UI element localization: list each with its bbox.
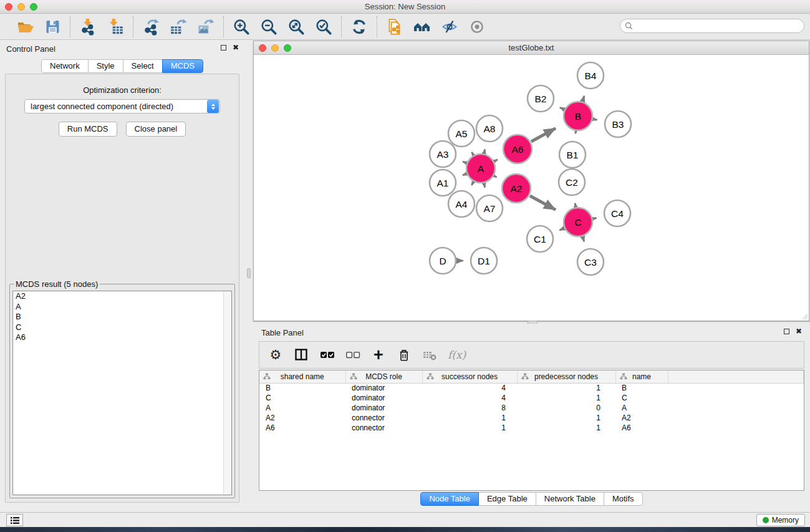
neighbors-houses-icon[interactable]	[413, 18, 432, 36]
settings-gear-icon[interactable]: ⚙	[268, 346, 283, 364]
network-window-titlebar[interactable]: testGlobe.txt	[254, 41, 809, 55]
table-cell[interactable]: dominator	[345, 403, 422, 413]
edge-C-C3[interactable]	[582, 237, 584, 241]
node-A4[interactable]: A4	[448, 191, 475, 217]
node-A[interactable]: A	[466, 154, 495, 183]
node-A5[interactable]: A5	[448, 120, 475, 147]
edge-A-A8[interactable]	[484, 149, 485, 153]
node-D[interactable]: D	[430, 248, 456, 274]
tab-select[interactable]: Select	[123, 59, 163, 73]
import-table-icon[interactable]	[106, 18, 125, 36]
node-C3[interactable]: C3	[577, 249, 604, 275]
column-header-MCDS-role[interactable]: MCDS role	[345, 370, 422, 383]
zoom-selected-icon[interactable]	[314, 18, 333, 36]
column-view-icon[interactable]	[294, 346, 309, 364]
edge-C-C1[interactable]	[559, 228, 564, 230]
run-mcds-button[interactable]: Run MCDS	[59, 122, 117, 137]
edge-A-A5[interactable]	[472, 152, 473, 155]
result-item[interactable]: A2	[13, 291, 231, 302]
edge-B-B4[interactable]	[582, 96, 584, 101]
node-C[interactable]: C	[564, 208, 592, 236]
column-header-name[interactable]: name	[615, 370, 668, 383]
import-network-icon[interactable]	[79, 18, 97, 36]
node-A3[interactable]: A3	[430, 141, 456, 167]
column-header-predecessor-nodes[interactable]: predecessor nodes	[517, 370, 615, 383]
table-cell[interactable]: B	[259, 383, 345, 393]
tab-network-table[interactable]: Network Table	[536, 492, 604, 506]
close-panel-button[interactable]: Close panel	[126, 122, 186, 137]
optimization-criterion-select[interactable]: largest connected component (directed)	[24, 99, 220, 114]
network-document-icon[interactable]	[385, 18, 404, 36]
hide-eye-slash-icon[interactable]	[440, 18, 459, 36]
node-B[interactable]: B	[564, 102, 592, 130]
table-row[interactable]: Cdominator41C	[259, 393, 804, 403]
select-all-checkboxes-icon[interactable]	[320, 346, 335, 364]
edge-A2-C[interactable]	[530, 196, 556, 210]
result-item[interactable]: A	[13, 302, 231, 312]
tab-edge-table[interactable]: Edge Table	[478, 492, 536, 506]
zoom-in-icon[interactable]	[232, 18, 251, 36]
result-item[interactable]: B	[13, 312, 231, 322]
table-cell[interactable]: 1	[517, 383, 615, 393]
edge-A-A1[interactable]	[463, 174, 466, 175]
splitter-handle[interactable]	[247, 268, 251, 278]
tab-network[interactable]: Network	[41, 59, 89, 73]
node-B3[interactable]: B3	[605, 111, 631, 137]
float-panel-icon[interactable]	[221, 45, 226, 51]
node-C4[interactable]: C4	[604, 200, 630, 226]
table-cell[interactable]: 1	[517, 393, 615, 403]
close-panel-icon[interactable]: ✖	[233, 44, 239, 51]
table-cell[interactable]: 1	[517, 423, 615, 433]
close-panel-icon[interactable]: ✖	[796, 328, 802, 334]
tab-mcds[interactable]: MCDS	[162, 59, 203, 73]
table-cell[interactable]: 8	[422, 403, 517, 413]
column-header-successor-nodes[interactable]: successor nodes	[422, 370, 517, 383]
table-cell[interactable]: B	[615, 383, 668, 393]
node-B4[interactable]: B4	[577, 62, 604, 89]
tab-style[interactable]: Style	[88, 59, 123, 73]
export-table-icon[interactable]	[169, 18, 188, 36]
node-A8[interactable]: A8	[476, 115, 503, 142]
node-A2[interactable]: A2	[502, 174, 531, 203]
column-header-shared-name[interactable]: shared name	[259, 370, 345, 383]
show-eye-icon[interactable]	[468, 18, 486, 36]
table-row[interactable]: Adominator80A	[259, 403, 804, 413]
table-cell[interactable]: 1	[517, 413, 615, 423]
edge-A-A4[interactable]	[471, 182, 473, 185]
table-cell[interactable]: dominator	[345, 383, 422, 393]
node-A7[interactable]: A7	[476, 195, 503, 221]
table-cell[interactable]: C	[259, 393, 345, 403]
vertical-splitter[interactable]	[244, 40, 253, 512]
refresh-layout-icon[interactable]	[350, 18, 369, 36]
edge-A-A7[interactable]	[484, 183, 485, 187]
node-C2[interactable]: C2	[559, 169, 585, 195]
task-history-button[interactable]	[6, 514, 23, 526]
edge-C-C4[interactable]	[593, 218, 596, 218]
table-cell[interactable]: A2	[259, 413, 345, 423]
table-cell[interactable]: 4	[422, 393, 517, 403]
delete-table-icon[interactable]	[422, 346, 437, 364]
edge-A6-B[interactable]	[531, 128, 556, 142]
float-panel-icon[interactable]	[784, 329, 789, 334]
node-D1[interactable]: D1	[471, 248, 497, 274]
search-input[interactable]	[635, 22, 791, 31]
function-builder-icon[interactable]: f(x)	[448, 346, 466, 364]
edge-B-B2[interactable]	[560, 107, 564, 109]
delete-column-icon[interactable]	[397, 346, 412, 364]
search-box[interactable]	[620, 19, 804, 33]
table-cell[interactable]: A	[615, 403, 668, 413]
node-A6[interactable]: A6	[503, 135, 532, 163]
resize-grip-icon[interactable]	[801, 312, 808, 320]
deselect-all-checkboxes-icon[interactable]	[345, 346, 360, 364]
network-canvas[interactable]: AA1A2A3A4A5A6A7A8BB1B2B3B4CC1C2C3C4DD1	[254, 55, 809, 321]
table-cell[interactable]: connector	[345, 413, 422, 423]
node-B1[interactable]: B1	[559, 142, 586, 168]
export-network-icon[interactable]	[142, 18, 160, 36]
save-icon[interactable]	[43, 18, 62, 36]
table-cell[interactable]: 0	[517, 403, 615, 413]
zoom-out-icon[interactable]	[259, 18, 278, 36]
table-cell[interactable]: connector	[345, 423, 422, 433]
export-image-icon[interactable]	[196, 18, 215, 36]
table-cell[interactable]: 4	[422, 383, 517, 393]
node-B2[interactable]: B2	[528, 85, 554, 112]
